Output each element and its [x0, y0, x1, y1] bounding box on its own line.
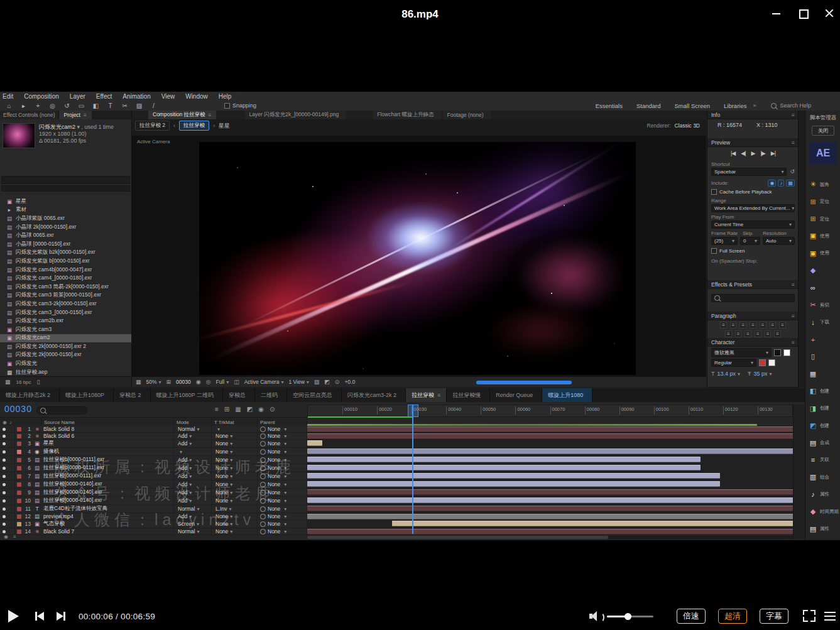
- timeline-tab[interactable]: 螺旋上升静态2k 2: [0, 388, 60, 402]
- script-close-button[interactable]: 关闭: [812, 126, 834, 136]
- fullscreen-button[interactable]: [803, 610, 815, 622]
- layer-name[interactable]: 拉丝穿梭b[0000-0111].exr: [41, 464, 174, 472]
- minimize-button[interactable]: [771, 8, 782, 19]
- script-tool[interactable]: ◧ 创建: [809, 383, 840, 399]
- workspace-tab[interactable]: Standard: [636, 102, 661, 109]
- breadcrumb-next-comp[interactable]: 星星: [219, 122, 230, 130]
- cache-before-playback-checkbox[interactable]: [711, 189, 717, 195]
- direction-icon[interactable]: [774, 330, 781, 337]
- layer-track[interactable]: [307, 513, 805, 519]
- trash-icon[interactable]: ▯: [37, 379, 40, 385]
- exposure-value[interactable]: +0.0: [344, 379, 355, 385]
- include-toggle-icon[interactable]: ♪: [778, 180, 784, 187]
- trkmat-dropdown[interactable]: None: [212, 497, 258, 504]
- visibility-toggle[interactable]: [0, 440, 8, 447]
- blend-mode-dropdown[interactable]: Normal: [174, 426, 212, 432]
- parent-dropdown[interactable]: None: [258, 520, 307, 528]
- blend-mode-dropdown[interactable]: Add: [174, 464, 212, 472]
- script-tool[interactable]: ◆: [809, 262, 840, 279]
- tool-icon[interactable]: T: [106, 102, 114, 109]
- layer-name[interactable]: 星星: [41, 440, 174, 447]
- script-tool[interactable]: ↓ 下载: [809, 313, 840, 330]
- tool-icon[interactable]: ◧: [92, 102, 100, 109]
- timeline-layer-row[interactable]: 7 ▤ 拉丝穿梭[0000-0111].exr Add None None: [0, 472, 805, 481]
- timeline-horizontal-scrollbar[interactable]: [307, 536, 793, 539]
- script-tool[interactable]: ▣ 使用: [809, 245, 840, 262]
- project-item[interactable]: ▤ 闪烁发光 cam4b[0000-0047].exr: [0, 266, 131, 274]
- layer-track[interactable]: [307, 489, 805, 496]
- layer-track[interactable]: [307, 433, 805, 439]
- justify-last-center-icon[interactable]: [760, 322, 766, 329]
- panel-menu-icon[interactable]: [792, 339, 795, 345]
- include-toggle-icon[interactable]: ◉: [768, 180, 776, 187]
- trkmat-dropdown[interactable]: None: [212, 528, 258, 535]
- project-item[interactable]: ▣ 闪烁发光 cam3: [0, 325, 131, 334]
- panel-menu-icon[interactable]: [792, 281, 795, 288]
- timeline-toggle-icon[interactable]: ◩: [247, 406, 253, 413]
- lock-toggle[interactable]: [8, 472, 15, 480]
- indent-right-icon[interactable]: [735, 330, 742, 337]
- font-family-dropdown[interactable]: 微软雅黑: [711, 348, 772, 357]
- frame-rate-dropdown[interactable]: (25): [711, 237, 738, 245]
- tool-icon[interactable]: +: [34, 102, 42, 109]
- transport-button[interactable]: ▶: [751, 150, 755, 156]
- tool-icon[interactable]: ▨: [135, 102, 143, 109]
- lock-toggle[interactable]: [8, 513, 15, 519]
- transport-button[interactable]: ▶|: [771, 150, 775, 156]
- next-button[interactable]: [57, 612, 65, 621]
- label-color-chip[interactable]: [15, 513, 23, 519]
- trkmat-dropdown[interactable]: None: [212, 440, 258, 447]
- visibility-toggle[interactable]: [0, 489, 8, 496]
- project-item[interactable]: ▤ 小晶球紫版 0065.exr: [0, 214, 131, 223]
- layer-track[interactable]: [307, 505, 805, 513]
- project-item[interactable]: ▣ 星星: [0, 197, 131, 206]
- layer-name[interactable]: Black Solid 7: [41, 528, 174, 535]
- layer-track[interactable]: [307, 481, 805, 488]
- project-item[interactable]: ▤ 闪烁发光 cam3-2k[0000-0150].exr: [0, 300, 131, 308]
- layer-track[interactable]: [307, 472, 805, 480]
- parent-dropdown[interactable]: None: [258, 426, 307, 432]
- label-color-chip[interactable]: [15, 433, 23, 439]
- viewer-tab[interactable]: Footage (none): [443, 111, 491, 119]
- tool-icon[interactable]: ◎: [48, 102, 57, 109]
- viewport-timecode[interactable]: 00030: [176, 379, 191, 385]
- workspace-tab[interactable]: Small Screen: [675, 102, 711, 109]
- timeline-layer-row[interactable]: 5 ▤ 拉丝穿梭b[0000-0111].exr Add None None: [0, 456, 805, 464]
- visibility-toggle[interactable]: [0, 464, 8, 472]
- timeline-layer-row[interactable]: 13 ▣ 气态穿梭 Screen None None: [0, 520, 805, 528]
- visibility-toggle[interactable]: [0, 520, 8, 528]
- parent-dropdown[interactable]: None: [258, 433, 307, 439]
- label-color-chip[interactable]: [15, 448, 23, 455]
- resolution-dropdown[interactable]: Full: [215, 379, 229, 385]
- label-color-chip[interactable]: [15, 497, 23, 504]
- playlist-button[interactable]: [824, 612, 836, 621]
- volume-icon[interactable]: [589, 611, 603, 621]
- trkmat-dropdown[interactable]: None: [212, 472, 258, 480]
- expand-icon[interactable]: ≡: [13, 534, 16, 540]
- timeline-layer-row[interactable]: 10 ▤ 拉丝穿梭[0000-0140].exr Add None None: [0, 497, 805, 505]
- label-color-chip[interactable]: [15, 426, 23, 432]
- trkmat-dropdown[interactable]: L.Inv: [212, 505, 258, 513]
- timeline-toggle-icon[interactable]: ◉: [258, 406, 264, 413]
- lock-toggle[interactable]: [8, 426, 15, 432]
- timeline-tab[interactable]: 二维码: [255, 388, 287, 402]
- timeline-tab[interactable]: 拉丝穿梭≡: [406, 388, 447, 402]
- view-layout-dropdown[interactable]: 1 View: [288, 379, 308, 385]
- trkmat-dropdown[interactable]: None: [212, 481, 258, 488]
- tab-effect-controls[interactable]: Effect Controls (none): [0, 111, 59, 119]
- time-ruler[interactable]: 0001000020000300004000050000600007000080…: [307, 405, 793, 417]
- justify-all-icon[interactable]: [779, 322, 786, 329]
- script-tool[interactable]: ⊞ 定位: [809, 210, 840, 227]
- blend-mode-dropdown[interactable]: Add: [174, 497, 212, 504]
- roi-icon[interactable]: ◫: [234, 379, 239, 385]
- project-item[interactable]: ▤ 小晶球 [0000-0150].exr: [0, 240, 131, 249]
- lock-toggle[interactable]: [8, 489, 15, 496]
- project-item[interactable]: ▤ 闪烁发光紫版 b[0000-0150].exr: [0, 257, 131, 266]
- layer-track[interactable]: [307, 528, 805, 535]
- layer-name[interactable]: 拉丝穿梭[0000-0140].exr: [41, 489, 174, 496]
- layer-name[interactable]: 拉丝穿梭[0000-0111].exr: [41, 472, 174, 480]
- layer-track[interactable]: [307, 497, 805, 504]
- blend-mode-dropdown[interactable]: Add: [174, 513, 212, 519]
- parent-dropdown[interactable]: None: [258, 448, 307, 455]
- visibility-toggle[interactable]: [0, 426, 8, 432]
